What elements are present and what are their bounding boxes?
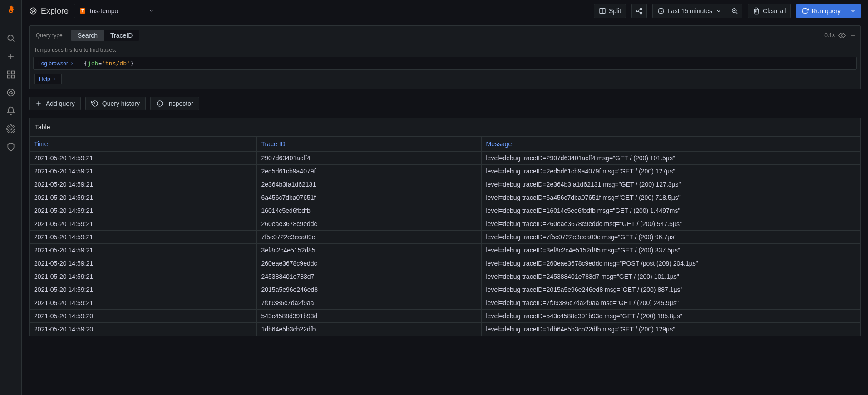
query-history-button[interactable]: Query history xyxy=(85,97,146,110)
svg-point-18 xyxy=(636,10,638,12)
clear-all-button[interactable]: Clear all xyxy=(748,4,791,18)
svg-rect-7 xyxy=(11,75,14,78)
svg-line-20 xyxy=(638,9,641,10)
query-actions: Add query Query history Inspector xyxy=(29,97,861,110)
chevron-right-icon xyxy=(52,77,57,81)
table-row[interactable]: 2021-05-20 14:59:216a456c7dba07651flevel… xyxy=(30,191,860,204)
svg-point-26 xyxy=(841,35,843,36)
log-browser-button[interactable]: Log browser xyxy=(34,58,79,69)
cell-message: level=debug traceID=2ed5d61cb9a4079f msg… xyxy=(481,165,860,178)
query-type-label: Query type xyxy=(33,32,65,39)
table-row[interactable]: 2021-05-20 14:59:21260eae3678c9eddclevel… xyxy=(30,217,860,231)
expr-brace-open: { xyxy=(84,60,88,67)
plus-icon xyxy=(35,100,42,107)
col-time[interactable]: Time xyxy=(30,137,256,152)
svg-point-12 xyxy=(30,8,36,14)
cell-time: 2021-05-20 14:59:21 xyxy=(30,178,256,191)
cell-time: 2021-05-20 14:59:20 xyxy=(30,323,256,336)
refresh-icon xyxy=(801,7,809,15)
table-row[interactable]: 2021-05-20 14:59:212907d63401acff4level=… xyxy=(30,152,860,165)
cell-message: level=debug traceID=1db64e5b3cb22dfb msg… xyxy=(481,323,860,336)
split-button[interactable]: Split xyxy=(594,4,626,18)
server-admin-icon[interactable] xyxy=(0,138,22,156)
dashboards-icon[interactable] xyxy=(0,65,22,84)
history-icon xyxy=(91,100,99,107)
cell-traceId: 2e364b3fa1d62131 xyxy=(256,178,481,191)
eye-icon xyxy=(838,32,846,39)
configuration-icon[interactable] xyxy=(0,120,22,138)
zoom-out-button[interactable] xyxy=(727,4,742,18)
table-row[interactable]: 2021-05-20 14:59:213ef8c2c4e5152d85level… xyxy=(30,244,860,257)
toggle-visibility-button[interactable] xyxy=(838,32,846,39)
table-row[interactable]: 2021-05-20 14:59:21260eae3678c9eddclevel… xyxy=(30,257,860,270)
datasource-picker[interactable]: tns-tempo xyxy=(74,4,158,18)
table-row[interactable]: 2021-05-20 14:59:217f5c0722e3eca09elevel… xyxy=(30,231,860,244)
tab-search[interactable]: Search xyxy=(71,30,104,41)
table-row[interactable]: 2021-05-20 14:59:2116014c5ed6fbdfblevel=… xyxy=(30,204,860,217)
query-hint: Tempo uses tns-loki to find traces. xyxy=(30,45,860,57)
cell-time: 2021-05-20 14:59:21 xyxy=(30,231,256,244)
svg-line-21 xyxy=(638,11,641,13)
cell-message: level=debug traceID=16014c5ed6fbdfb msg=… xyxy=(481,204,860,217)
alerting-icon[interactable] xyxy=(0,102,22,120)
grafana-logo-icon[interactable] xyxy=(5,4,17,16)
run-query-dropdown[interactable] xyxy=(846,4,861,18)
table-row[interactable]: 2021-05-20 14:59:21245388401e783d7level=… xyxy=(30,270,860,283)
cell-message: level=debug traceID=2e364b3fa1d62131 msg… xyxy=(481,178,860,191)
sidebar xyxy=(0,0,22,395)
table-row[interactable]: 2021-05-20 14:59:20543c4588d391b93dlevel… xyxy=(30,310,860,323)
cell-time: 2021-05-20 14:59:21 xyxy=(30,283,256,296)
help-row: Help xyxy=(30,74,860,89)
table-row[interactable]: 2021-05-20 14:59:212e364b3fa1d62131level… xyxy=(30,178,860,191)
datasource-name: tns-tempo xyxy=(90,7,118,15)
tab-traceid[interactable]: TraceID xyxy=(104,30,139,41)
cell-time: 2021-05-20 14:59:21 xyxy=(30,217,256,231)
search-icon[interactable] xyxy=(0,29,22,47)
collapse-query-button[interactable] xyxy=(849,32,857,39)
cell-message: level=debug traceID=245388401e783d7 msg=… xyxy=(481,270,860,283)
results-table-panel: Table Time Trace ID Message 2021-05-20 1… xyxy=(29,118,861,336)
cell-message: level=debug traceID=7f5c0722e3eca09e msg… xyxy=(481,231,860,244)
run-query-button[interactable]: Run query xyxy=(796,4,846,18)
info-icon xyxy=(156,100,163,107)
add-query-button[interactable]: Add query xyxy=(29,97,81,110)
cell-traceId: 260eae3678c9eddc xyxy=(256,217,481,231)
query-history-label: Query history xyxy=(102,100,140,107)
time-range-button[interactable]: Last 15 minutes xyxy=(652,4,727,18)
table-row[interactable]: 2021-05-20 14:59:212ed5d61cb9a4079flevel… xyxy=(30,165,860,178)
table-row[interactable]: 2021-05-20 14:59:201db64e5b3cb22dfblevel… xyxy=(30,323,860,336)
page-title-text: Explore xyxy=(41,6,69,16)
plus-icon[interactable] xyxy=(0,47,22,65)
cell-message: level=debug traceID=543c4588d391b93d msg… xyxy=(481,310,860,323)
expr-key: job xyxy=(88,60,98,67)
svg-point-11 xyxy=(10,128,12,130)
svg-line-24 xyxy=(736,12,737,14)
query-duration: 0.1s xyxy=(824,32,835,39)
cell-traceId: 1db64e5b3cb22dfb xyxy=(256,323,481,336)
table-row[interactable]: 2021-05-20 14:59:212015a5e96e246ed8level… xyxy=(30,283,860,296)
help-button[interactable]: Help xyxy=(34,74,62,84)
svg-point-17 xyxy=(640,8,642,10)
compass-icon xyxy=(29,7,37,15)
cell-message: level=debug traceID=260eae3678c9eddc msg… xyxy=(481,217,860,231)
svg-point-19 xyxy=(640,12,642,14)
log-browser-label: Log browser xyxy=(38,60,68,67)
cell-traceId: 2907d63401acff4 xyxy=(256,152,481,165)
query-type-tabs: Search TraceID xyxy=(71,30,140,41)
cell-traceId: 7f5c0722e3eca09e xyxy=(256,231,481,244)
cell-message: level=debug traceID=2907d63401acff4 msg=… xyxy=(481,152,860,165)
help-label: Help xyxy=(39,76,50,82)
svg-marker-10 xyxy=(9,91,12,94)
cell-traceId: 16014c5ed6fbdfb xyxy=(256,204,481,217)
cell-time: 2021-05-20 14:59:21 xyxy=(30,191,256,204)
col-traceid[interactable]: Trace ID xyxy=(256,137,481,152)
table-title: Table xyxy=(30,118,860,136)
explore-icon[interactable] xyxy=(0,84,22,102)
share-button[interactable] xyxy=(631,4,647,18)
inspector-button[interactable]: Inspector xyxy=(150,97,199,110)
table-row[interactable]: 2021-05-20 14:59:217f09386c7da2f9aalevel… xyxy=(30,296,860,310)
col-message[interactable]: Message xyxy=(481,137,860,152)
chevron-down-icon xyxy=(715,7,722,15)
cell-time: 2021-05-20 14:59:21 xyxy=(30,296,256,310)
query-expression-input[interactable]: {job="tns/db"} xyxy=(79,57,856,69)
